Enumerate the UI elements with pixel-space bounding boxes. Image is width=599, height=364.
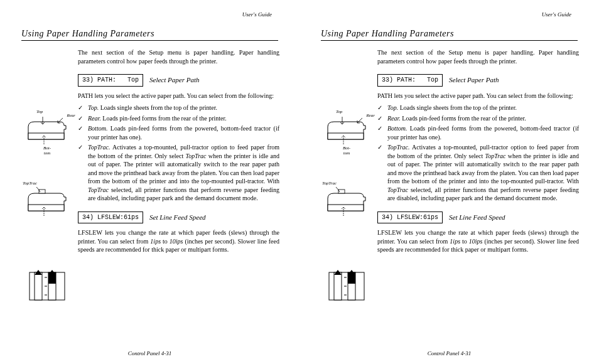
page-footer: Control Panel 4-31: [0, 350, 300, 356]
lcd-lfslew: 34) LFSLEW:61ps: [78, 211, 143, 224]
param-path-header: 33) PATH: Top Select Paper Path: [377, 74, 579, 87]
svg-rect-4: [35, 272, 42, 300]
running-head: User's Guide: [21, 11, 284, 18]
param-path-desc: PATH lets you select the active paper pa…: [377, 92, 579, 100]
svg-rect-12: [328, 133, 364, 139]
intro-text: The next section of the Setup menu is pa…: [78, 48, 279, 65]
printer-top-icon: [25, 114, 69, 146]
param-lfslew-desc: LFSLEW lets you change the rate at which…: [377, 228, 579, 254]
svg-rect-0: [28, 133, 64, 139]
svg-rect-16: [334, 272, 342, 300]
section-title: Using Paper Handling Parameters: [321, 29, 578, 41]
param-lfslew-header: 34) LFSLEW:61ps Set Line Feed Speed: [377, 211, 579, 224]
section-title: Using Paper Handling Parameters: [21, 29, 278, 41]
param-path-desc: PATH lets you select the active paper pa…: [78, 92, 279, 100]
slew-icon: [28, 269, 66, 302]
param-lfslew-desc: LFSLEW lets you change the rate at which…: [78, 228, 279, 254]
page-footer: Control Panel 4-31: [300, 350, 599, 356]
figure-printer-toptrac: TopTrac: [21, 181, 73, 217]
svg-rect-13: [328, 205, 364, 211]
figure-printer-toptrac: TopTrac: [321, 181, 372, 217]
running-head: User's Guide: [321, 11, 584, 18]
param-path-name: Select Paper Path: [149, 75, 199, 85]
intro-text: The next section of the Setup menu is pa…: [377, 48, 579, 65]
page-right: User's Guide Using Paper Handling Parame…: [300, 0, 599, 364]
param-lfslew-name: Set Line Feed Speed: [449, 213, 505, 222]
lcd-path: 33) PATH: Top: [377, 74, 443, 87]
list-item: Top. Loads single sheets from the top of…: [78, 104, 279, 112]
page-left: User's Guide Using Paper Handling Parame…: [0, 0, 300, 364]
figure-printer-paths: Top Rear Bot- tom: [21, 114, 73, 156]
param-lfslew-name: Set Line Feed Speed: [149, 213, 206, 222]
list-item: Bottom. Loads pin-feed forms from the po…: [78, 124, 279, 141]
param-lfslew-header: 34) LFSLEW:61ps Set Line Feed Speed: [78, 211, 279, 224]
figure-printer-paths: Top Rear Bot- tom: [321, 114, 372, 156]
list-item: Top. Loads single sheets from the top of…: [377, 104, 579, 112]
param-path-header: 33) PATH: Top Select Paper Path: [78, 74, 279, 87]
lcd-path: 33) PATH: Top: [78, 74, 143, 87]
param-path-name: Select Paper Path: [449, 75, 499, 85]
path-options-list: Top. Loads single sheets from the top of…: [78, 104, 279, 203]
list-item: Bottom. Loads pin-feed forms from the po…: [377, 124, 579, 141]
path-options-list: Top. Loads single sheets from the top of…: [377, 104, 579, 203]
list-item: TopTrac. Activates a top-mounted, pull-t…: [78, 143, 279, 203]
list-item: TopTrac. Activates a top-mounted, pull-t…: [377, 143, 579, 203]
printer-toptrac-icon: [25, 186, 69, 217]
slew-icon: [328, 269, 365, 302]
printer-toptrac-icon: [325, 186, 369, 217]
svg-rect-1: [28, 205, 64, 211]
printer-top-icon: [325, 114, 369, 146]
list-item: Rear. Loads pin-feed forms from the rear…: [377, 114, 579, 123]
list-item: Rear. Loads pin-feed forms from the rear…: [78, 114, 279, 123]
figure-slew: [21, 269, 73, 302]
figure-slew: [321, 269, 372, 302]
lcd-lfslew: 34) LFSLEW:61ps: [377, 211, 443, 224]
